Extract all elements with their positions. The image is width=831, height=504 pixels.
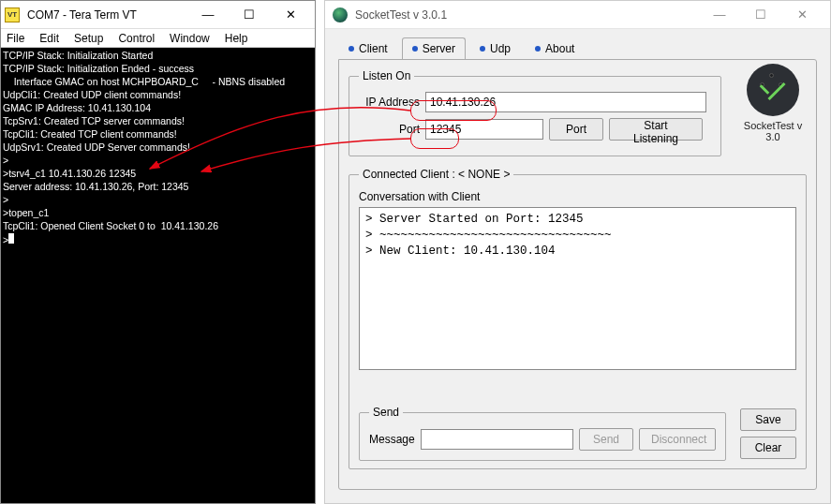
menu-help[interactable]: Help	[225, 32, 248, 45]
server-tab-panel: SocketTest v 3.0 Listen On IP Address Po…	[338, 59, 817, 490]
send-legend: Send	[369, 406, 403, 419]
send-group: Send Message Send Disconnect	[359, 406, 726, 461]
teraterm-title: COM7 - Tera Term VT	[27, 8, 187, 22]
ip-label: IP Address	[359, 96, 420, 109]
teraterm-menubar: File Edit Setup Control Window Help	[1, 29, 315, 48]
teraterm-titlebar[interactable]: VT COM7 - Tera Term VT — ☐ ✕	[1, 1, 315, 29]
maximize-button[interactable]: ☐	[229, 2, 270, 28]
minimize-button[interactable]: —	[699, 2, 740, 28]
menu-window[interactable]: Window	[170, 32, 210, 45]
close-button[interactable]: ✕	[781, 2, 823, 28]
ip-input[interactable]	[425, 92, 706, 112]
start-listening-button[interactable]: Start Listening	[609, 118, 703, 141]
save-button[interactable]: Save	[740, 408, 796, 431]
terminal-output[interactable]: TCP/IP Stack: Initialization Started TCP…	[1, 48, 315, 503]
menu-control[interactable]: Control	[118, 32, 155, 45]
tab-label: Client	[359, 42, 388, 55]
tab-label: About	[545, 42, 574, 55]
port-input[interactable]	[425, 119, 543, 140]
teraterm-app-icon: VT	[5, 7, 20, 22]
tab-label: Server	[423, 42, 455, 55]
menu-setup[interactable]: Setup	[74, 32, 103, 45]
port-button[interactable]: Port	[549, 118, 603, 141]
tab-udp[interactable]: Udp	[469, 37, 521, 60]
terminal-cursor	[8, 233, 14, 244]
logo-icon	[747, 64, 799, 116]
maximize-button[interactable]: ☐	[740, 2, 781, 28]
clear-button[interactable]: Clear	[740, 437, 796, 459]
conversation-textarea[interactable]: > Server Started on Port: 12345 > ~~~~~~…	[359, 207, 796, 370]
sockettest-window: SocketTest v 3.0.1 — ☐ ✕ Client Server U…	[324, 0, 831, 504]
port-label: Port	[359, 123, 420, 136]
tab-bar: Client Server Udp About	[338, 37, 817, 59]
tab-about[interactable]: About	[525, 37, 585, 60]
listen-on-legend: Listen On	[359, 69, 414, 82]
connected-client-group: Connected Client : < NONE > Conversation…	[349, 168, 807, 469]
bullet-icon	[535, 46, 541, 52]
bullet-icon	[480, 46, 485, 52]
conversation-label: Conversation with Client	[359, 190, 796, 203]
sockettest-app-icon	[333, 7, 348, 22]
logo-caption: SocketTest v 3.0	[735, 120, 810, 142]
listen-on-group: Listen On IP Address Port Port Start Lis…	[349, 69, 721, 156]
send-button[interactable]: Send	[579, 428, 633, 451]
tab-server[interactable]: Server	[402, 37, 466, 60]
close-button[interactable]: ✕	[270, 2, 311, 28]
bullet-icon	[349, 46, 354, 52]
connected-client-legend: Connected Client : < NONE >	[359, 168, 513, 181]
terminal-text: TCP/IP Stack: Initialization Started TCP…	[3, 50, 285, 245]
tab-client[interactable]: Client	[338, 37, 398, 60]
sockettest-titlebar[interactable]: SocketTest v 3.0.1 — ☐ ✕	[325, 1, 830, 29]
message-input[interactable]	[421, 429, 573, 450]
sockettest-logo: SocketTest v 3.0	[735, 64, 810, 142]
sockettest-title: SocketTest v 3.0.1	[355, 8, 699, 22]
disconnect-button[interactable]: Disconnect	[639, 428, 716, 451]
message-label: Message	[369, 433, 415, 446]
tab-label: Udp	[490, 42, 511, 55]
sockettest-body: Client Server Udp About SocketTest v 3.0…	[325, 29, 830, 503]
minimize-button[interactable]: —	[187, 2, 229, 28]
bullet-icon	[412, 46, 418, 52]
menu-edit[interactable]: Edit	[39, 32, 59, 45]
menu-file[interactable]: File	[7, 32, 24, 45]
teraterm-window: VT COM7 - Tera Term VT — ☐ ✕ File Edit S…	[0, 0, 316, 504]
